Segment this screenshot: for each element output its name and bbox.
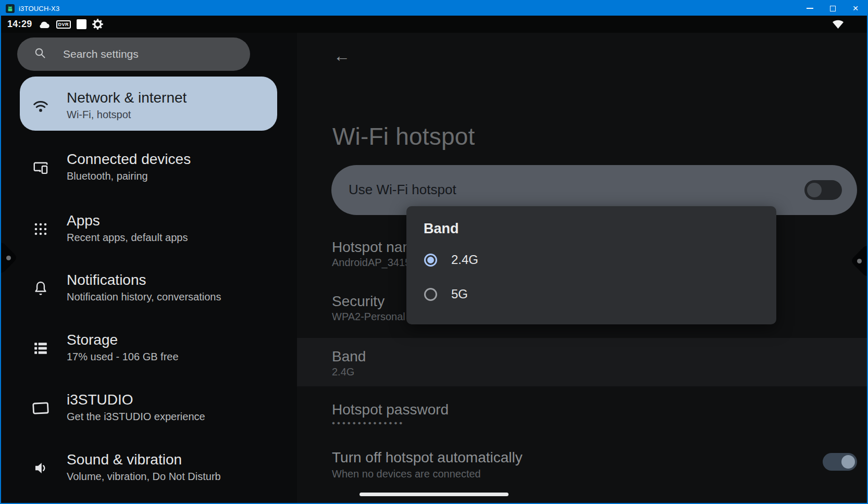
band-option-2-4g[interactable]: 2.4G (406, 243, 776, 277)
status-bar: 14:29 DVR (1, 16, 867, 33)
settings-sidebar: Search settings Network & internet Wi-Fi… (1, 33, 297, 503)
search-input[interactable]: Search settings (17, 37, 250, 71)
radio-label: 5G (451, 287, 468, 301)
row-value: WPA2-Personal (332, 311, 405, 323)
row-value: 2.4G (332, 366, 354, 378)
app-window: i3TOUCH-X3 × 14:29 DVR (0, 0, 868, 504)
maximize-button[interactable] (821, 1, 844, 16)
use-wifi-hotspot-toggle[interactable] (804, 180, 842, 200)
window-controls: × (798, 1, 867, 16)
sidebar-item-label: Storage (67, 332, 118, 348)
sidebar-item-sublabel: Bluetooth, pairing (67, 170, 148, 182)
maximize-icon (830, 6, 836, 11)
sidebar-item-sublabel: Notification history, conversations (67, 291, 221, 303)
dialog-title: Band (424, 221, 459, 237)
sidebar-item-notifications[interactable]: Notifications Notification history, conv… (1, 269, 297, 313)
band-dialog: Band 2.4G 5G (406, 206, 776, 324)
close-icon: × (852, 3, 858, 13)
search-placeholder: Search settings (63, 48, 139, 60)
devices-icon (32, 159, 49, 176)
gesture-navigation-handle[interactable] (359, 493, 509, 496)
wifi-hotspot-panel: ← Wi-Fi hotspot Use Wi-Fi hotspot Hotspo… (297, 33, 867, 503)
radio-selected-icon[interactable] (424, 254, 437, 267)
band-option-5g[interactable]: 5G (406, 277, 776, 311)
wifi-icon (32, 98, 49, 115)
password-dots: •••••••••••••• (332, 418, 404, 429)
sidebar-item-sublabel: Get the i3STUDIO experience (67, 411, 205, 423)
display-icon (32, 400, 49, 417)
sidebar-item-sublabel: Volume, vibration, Do Not Disturb (67, 471, 221, 483)
row-label: Hotspot password (332, 401, 449, 418)
right-edge-handle-dot (857, 259, 862, 263)
minimize-button[interactable] (798, 1, 821, 16)
window-title: i3TOUCH-X3 (19, 5, 59, 12)
search-icon (34, 47, 46, 61)
sidebar-item-network-internet[interactable]: Network & internet Wi-Fi, hotspot (1, 86, 297, 131)
left-edge-handle-dot (6, 256, 11, 260)
wifi-status-icon (832, 19, 844, 31)
sidebar-item-sound-vibration[interactable]: Sound & vibration Volume, vibration, Do … (1, 448, 297, 493)
titlebar: i3TOUCH-X3 × (1, 1, 867, 16)
sidebar-item-storage[interactable]: Storage 17% used - 106 GB free (1, 329, 297, 373)
row-value: AndroidAP_3415 (332, 257, 411, 269)
page-title: Wi-Fi hotspot (332, 122, 475, 150)
sidebar-item-label: Network & internet (67, 90, 187, 106)
radio-unselected-icon[interactable] (424, 288, 437, 301)
storage-icon (32, 340, 49, 357)
apps-grid-icon (32, 221, 49, 237)
close-button[interactable]: × (844, 1, 867, 16)
sidebar-item-connected-devices[interactable]: Connected devices Bluetooth, pairing (1, 148, 297, 193)
bell-icon (32, 280, 49, 297)
toggle-thumb (841, 455, 855, 469)
sidebar-item-label: Sound & vibration (67, 451, 182, 468)
dvr-icon: DVR (56, 20, 71, 29)
row-label: Turn off hotspot automatically (332, 449, 523, 466)
use-wifi-hotspot-label: Use Wi-Fi hotspot (349, 182, 456, 198)
sidebar-item-apps[interactable]: Apps Recent apps, default apps (1, 209, 297, 254)
sidebar-item-label: Notifications (67, 272, 146, 288)
radio-label: 2.4G (451, 253, 478, 267)
sidebar-item-label: Connected devices (67, 151, 191, 168)
row-label: Security (332, 293, 385, 310)
gear-icon (92, 19, 103, 30)
row-label: Band (332, 348, 366, 365)
blank-screen-icon (77, 19, 86, 29)
turn-off-automatically-toggle[interactable] (823, 453, 857, 471)
toggle-thumb (807, 183, 822, 197)
sidebar-item-label: i3STUDIO (67, 392, 133, 408)
sidebar-item-i3studio[interactable]: i3STUDIO Get the i3STUDIO experience (1, 388, 297, 433)
cloud-icon (38, 20, 51, 29)
sidebar-item-sublabel: 17% used - 106 GB free (67, 351, 179, 363)
back-button[interactable]: ← (333, 47, 350, 64)
sidebar-item-sublabel: Recent apps, default apps (67, 232, 188, 244)
sidebar-item-sublabel: Wi-Fi, hotspot (67, 109, 131, 121)
status-clock: 14:29 (7, 19, 32, 30)
minimize-icon (807, 8, 813, 9)
sidebar-item-label: Apps (67, 212, 100, 229)
android-app-icon (6, 4, 15, 13)
row-band[interactable]: Band 2.4G (297, 338, 867, 386)
row-value: When no devices are connected (332, 468, 481, 480)
speaker-icon (32, 460, 49, 476)
